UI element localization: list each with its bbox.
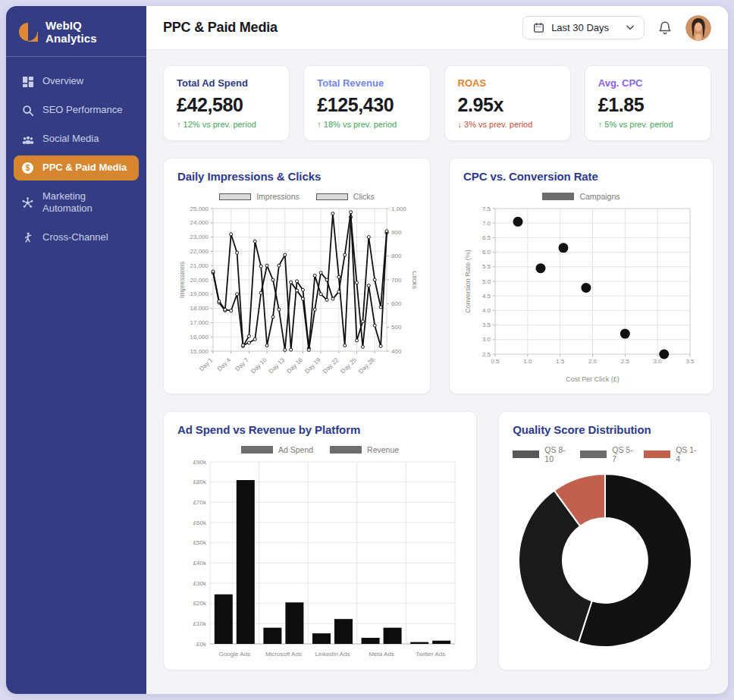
automation-icon (21, 196, 34, 209)
charts-row-2: Ad Spend vs Revenue by Platform Ad Spend… (163, 411, 711, 670)
grid-icon (21, 75, 34, 88)
header: PPC & Paid Media Last 30 Days (146, 6, 728, 50)
svg-text:6.5: 6.5 (482, 234, 491, 241)
legend-item: QS 1-4 (644, 445, 697, 463)
svg-text:15,000: 15,000 (190, 348, 209, 355)
sidebar-item-social-media[interactable]: Social Media (14, 127, 139, 152)
kpi-value: £42,580 (177, 94, 276, 116)
svg-text:£20k: £20k (193, 600, 206, 607)
sidebar-item-cross-channel[interactable]: Cross-Channel (14, 225, 139, 250)
bell-icon[interactable] (658, 20, 672, 36)
svg-text:3.5: 3.5 (482, 322, 491, 328)
chart-title: Daily Impressions & Clicks (177, 170, 416, 183)
daily-impressions-clicks-chart: 15,00016,00017,00018,00019,00020,00021,0… (177, 202, 416, 386)
legend-swatch (241, 446, 273, 454)
chevron-down-icon (626, 25, 634, 30)
svg-text:2.5: 2.5 (482, 351, 491, 358)
kpi-label: Avg. CPC (598, 77, 698, 89)
kpi-card-avg-cpc: Avg. CPC £1.85 ↑ 5% vs prev. period (585, 65, 711, 141)
legend-label: Impressions (256, 192, 300, 201)
kpi-delta: ↓ 3% vs prev. period (458, 120, 557, 129)
svg-text:23,000: 23,000 (190, 234, 209, 240)
sidebar-item-label: Marketing Automation (42, 190, 127, 215)
legend-label: QS 5-7 (612, 445, 633, 463)
svg-text:Impressions: Impressions (178, 261, 186, 298)
svg-text:Day 1: Day 1 (198, 356, 215, 373)
legend-item: Campaigns (542, 192, 620, 201)
svg-text:2.5: 2.5 (621, 358, 630, 365)
brand-name: WebIQ Analytics (45, 19, 134, 45)
legend-item: Ad Spend (241, 445, 313, 454)
legend-item: QS 8-10 (513, 445, 569, 463)
legend-label: Campaigns (579, 192, 620, 201)
svg-text:24,000: 24,000 (190, 219, 209, 226)
svg-text:Day 16: Day 16 (286, 356, 305, 375)
svg-text:21,000: 21,000 (190, 262, 209, 269)
svg-text:$: $ (26, 164, 30, 172)
user-avatar[interactable] (685, 15, 711, 41)
legend-label: QS 8-10 (544, 445, 569, 463)
svg-text:20,000: 20,000 (190, 277, 209, 284)
sidebar-item-label: Overview (42, 75, 83, 87)
chart-title: CPC vs. Conversion Rate (463, 170, 699, 183)
svg-text:22,000: 22,000 (190, 248, 209, 255)
people-icon (21, 133, 34, 146)
svg-text:600: 600 (391, 300, 402, 307)
legend-swatch (644, 450, 670, 458)
svg-text:900: 900 (391, 229, 402, 236)
donut-chart-card: Quality Score Distribution QS 8-10QS 5-7… (498, 411, 711, 670)
svg-text:1.0: 1.0 (523, 358, 532, 365)
scatter-chart-card: CPC vs. Conversion Rate Campaigns 2.53.0… (449, 158, 714, 394)
line-chart-legend: ImpressionsClicks (177, 192, 416, 201)
kpi-card-total-ad-spend: Total Ad Spend £42,580 ↑ 12% vs prev. pe… (163, 65, 290, 141)
svg-text:5.0: 5.0 (482, 278, 491, 285)
svg-text:Cost Per Click (£): Cost Per Click (£) (566, 375, 620, 383)
dollar-icon: $ (21, 162, 34, 174)
svg-text:1.5: 1.5 (556, 358, 565, 365)
svg-text:Clicks: Clicks (411, 271, 416, 289)
kpi-value: 2.95x (458, 94, 557, 116)
line-chart-card: Daily Impressions & Clicks ImpressionsCl… (163, 158, 431, 394)
sidebar-item-overview[interactable]: Overview (14, 69, 139, 94)
legend-item: QS 5-7 (580, 445, 633, 463)
svg-text:Microsoft Ads: Microsoft Ads (265, 651, 301, 658)
legend-swatch (316, 193, 348, 200)
svg-text:400: 400 (391, 348, 402, 355)
kpi-label: Total Revenue (317, 77, 416, 89)
sidebar-divider (6, 56, 146, 57)
svg-text:Day 22: Day 22 (322, 356, 340, 375)
kpi-value: £1.85 (598, 94, 698, 116)
svg-text:Day 10: Day 10 (249, 356, 268, 375)
svg-text:£10k: £10k (193, 620, 206, 627)
person-icon (21, 231, 34, 244)
svg-text:Day 13: Day 13 (268, 356, 287, 375)
sidebar-item-seo-performance[interactable]: SEO Performance (14, 98, 139, 123)
legend-item: Impressions (219, 192, 300, 201)
kpi-card-total-revenue: Total Revenue £125,430 ↑ 18% vs prev. pe… (303, 65, 430, 141)
svg-text:4.5: 4.5 (482, 293, 491, 300)
sidebar-item-label: PPC & Paid Media (42, 162, 127, 174)
donut-chart-legend: QS 8-10QS 5-7QS 1-4 (513, 445, 697, 463)
legend-label: QS 1-4 (676, 445, 697, 463)
svg-text:7.0: 7.0 (482, 220, 491, 227)
legend-label: Ad Spend (278, 445, 313, 454)
calendar-icon (533, 22, 544, 33)
legend-item: Revenue (330, 445, 399, 454)
svg-text:17,000: 17,000 (190, 319, 209, 326)
svg-text:25,000: 25,000 (190, 206, 209, 212)
date-range-select[interactable]: Last 30 Days (522, 16, 645, 39)
sidebar-item-marketing-automation[interactable]: Marketing Automation (14, 184, 135, 221)
date-range-value: Last 30 Days (551, 22, 609, 33)
svg-text:800: 800 (391, 253, 402, 259)
brand: WebIQ Analytics (6, 6, 146, 56)
svg-text:3.0: 3.0 (482, 336, 491, 343)
kpi-delta: ↑ 18% vs prev. period (317, 120, 416, 129)
svg-text:Twitter Ads: Twitter Ads (416, 651, 445, 658)
svg-text:£90k: £90k (193, 459, 206, 466)
sidebar-item-label: SEO Performance (42, 104, 123, 116)
sidebar-item-ppc-paid-media[interactable]: $ PPC & Paid Media (14, 155, 139, 180)
svg-text:18,000: 18,000 (190, 305, 209, 312)
charts-row-1: Daily Impressions & Clicks ImpressionsCl… (163, 158, 711, 394)
webiq-logo-icon (18, 22, 38, 42)
svg-text:16,000: 16,000 (190, 334, 209, 341)
